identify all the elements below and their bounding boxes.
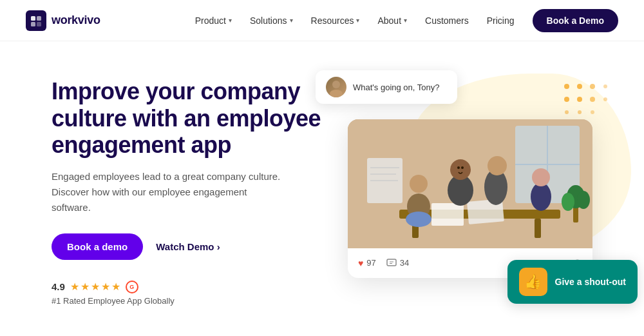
svg-point-4 xyxy=(564,84,569,89)
chat-text: What's going on, Tony? xyxy=(353,83,440,92)
comment-count: 34 xyxy=(400,258,409,268)
svg-point-5 xyxy=(577,84,582,89)
svg-rect-25 xyxy=(535,219,541,238)
shoutout-card[interactable]: 👍 Give a shout-out xyxy=(507,260,638,304)
chat-bubble: What's going on, Tony? xyxy=(316,70,457,104)
hero-buttons: Book a demo Watch Demo › xyxy=(52,233,322,260)
rating-section: 4.9 ★ ★ ★ ★ ★ G #1 Rated Employee App Gl… xyxy=(52,281,322,306)
svg-point-12 xyxy=(565,110,569,114)
book-demo-button[interactable]: Book a demo xyxy=(52,233,143,260)
star-2: ★ xyxy=(80,281,90,293)
svg-rect-0 xyxy=(31,16,35,21)
heart-icon: ♥ xyxy=(358,258,363,268)
heart-count: 97 xyxy=(366,258,375,268)
star-3: ★ xyxy=(91,281,100,293)
nav-customers[interactable]: Customers xyxy=(417,10,477,31)
hero-section: Improve your company culture with an emp… xyxy=(0,41,644,336)
nav-book-demo-button[interactable]: Book a Demo xyxy=(533,9,618,32)
svg-rect-47 xyxy=(387,259,396,266)
rating-row: 4.9 ★ ★ ★ ★ ★ G xyxy=(52,281,322,293)
hero-title: Improve your company culture with an emp… xyxy=(52,78,322,158)
svg-point-14 xyxy=(591,110,594,114)
navbar: workvivo Product▾ Solutions▾ Resources▾ … xyxy=(0,0,644,41)
svg-point-34 xyxy=(488,156,507,175)
svg-point-10 xyxy=(590,97,595,102)
star-5: ★ xyxy=(111,281,120,293)
nav-product[interactable]: Product▾ xyxy=(187,10,240,31)
hero-left: Improve your company culture with an emp… xyxy=(52,78,322,305)
hero-subtitle: Engaged employees lead to a great compan… xyxy=(52,169,283,215)
svg-point-18 xyxy=(330,90,343,97)
nav-resources[interactable]: Resources▾ xyxy=(303,10,368,31)
star-1: ★ xyxy=(70,281,79,293)
stars: ★ ★ ★ ★ ★ xyxy=(70,281,120,293)
star-4: ★ xyxy=(101,281,110,293)
hero-right: What's going on, Tony? xyxy=(322,61,618,323)
svg-point-13 xyxy=(578,110,582,114)
svg-point-8 xyxy=(564,97,569,102)
g2-icon: G xyxy=(126,281,138,293)
svg-rect-26 xyxy=(431,203,464,226)
svg-point-32 xyxy=(450,159,471,180)
svg-point-7 xyxy=(603,84,607,88)
logo-icon xyxy=(26,10,46,31)
svg-rect-1 xyxy=(37,16,41,21)
thumbs-up-icon: 👍 xyxy=(519,268,547,296)
svg-point-36 xyxy=(532,168,550,186)
comment-reaction: 34 xyxy=(386,258,409,268)
social-card: ♥ 97 34 ⊘ xyxy=(348,119,592,278)
logo-text: workvivo xyxy=(52,14,100,27)
svg-point-9 xyxy=(577,97,582,102)
nav-pricing[interactable]: Pricing xyxy=(479,10,522,31)
comment-icon xyxy=(386,259,397,267)
svg-point-30 xyxy=(406,212,431,227)
svg-point-35 xyxy=(531,183,551,211)
rating-label: #1 Rated Employee App Globally xyxy=(52,296,322,306)
svg-point-46 xyxy=(577,191,590,209)
social-card-image xyxy=(348,119,592,248)
svg-point-38 xyxy=(461,166,464,169)
rating-number: 4.9 xyxy=(52,281,65,292)
nav-links: Product▾ Solutions▾ Resources▾ About▾ Cu… xyxy=(187,10,522,31)
nav-solutions[interactable]: Solutions▾ xyxy=(242,10,301,31)
nav-about[interactable]: About▾ xyxy=(370,10,415,31)
chat-avatar xyxy=(326,77,346,97)
shoutout-text: Give a shout-out xyxy=(555,277,626,287)
svg-point-6 xyxy=(590,84,595,89)
svg-rect-2 xyxy=(31,22,35,26)
svg-point-29 xyxy=(410,175,428,193)
svg-point-17 xyxy=(332,81,340,88)
svg-point-37 xyxy=(457,166,460,169)
svg-point-11 xyxy=(603,97,607,101)
svg-point-45 xyxy=(562,193,574,211)
watch-demo-button[interactable]: Watch Demo › xyxy=(156,241,220,252)
svg-rect-3 xyxy=(37,22,41,26)
heart-reaction: ♥ 97 xyxy=(358,258,376,268)
logo[interactable]: workvivo xyxy=(26,10,100,31)
